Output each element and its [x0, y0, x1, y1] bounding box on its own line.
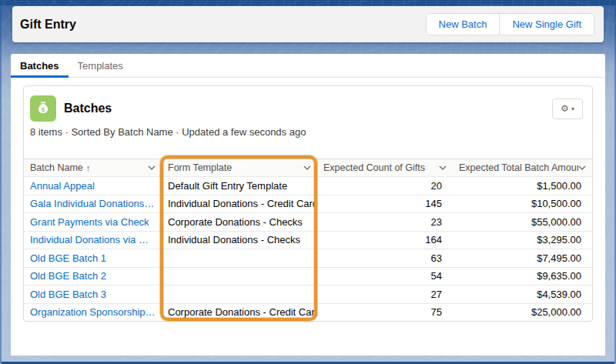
expected-count-cell: 145 [317, 195, 453, 213]
batch-name-link[interactable]: Gala Individual Donations via Check [30, 198, 156, 209]
form-template-cell: Individual Donations - Checks [162, 232, 317, 249]
page-title: Gift Entry [20, 18, 76, 32]
tab-bar: Batches Templates [11, 54, 605, 78]
chevron-down-icon[interactable] [303, 165, 311, 170]
sort-ascending-icon: ↑ [86, 163, 91, 172]
expected-count-cell: 164 [317, 232, 453, 249]
batch-name-link[interactable]: Old BGE Batch 2 [30, 270, 106, 282]
card-spacer [24, 140, 592, 159]
table-row: Old BGE Batch 2 54 $9,635.00 [24, 267, 592, 286]
expected-total-cell: $10,500.00 [453, 195, 592, 213]
form-template-cell: Corporate Donations - Credit Cards [162, 304, 317, 322]
expected-count-cell: 27 [317, 286, 453, 303]
expected-count-cell: 20 [317, 177, 453, 195]
column-label: Expected Count of Gifts [323, 162, 425, 173]
table-row: Organization Sponsorships via Cre... Cor… [24, 303, 592, 322]
expected-total-cell: $4,539.00 [453, 286, 592, 303]
column-label: Batch Name [30, 162, 83, 173]
batch-name-link[interactable]: Individual Donations via Check [30, 234, 156, 245]
table-row: Grant Payments via Check Corporate Donat… [24, 212, 592, 231]
form-template-cell: Individual Donations - Credit Cards [162, 195, 317, 213]
table-row: Individual Donations via Check Individua… [24, 231, 592, 249]
list-summary: 8 items · Sorted By Batch Name · Updated… [30, 126, 583, 140]
card-title: Batches [64, 102, 112, 115]
app-window: Gift Entry New Batch New Single Gift Bat… [0, 0, 616, 364]
chevron-down-icon: ▾ [571, 105, 574, 112]
svg-text:$: $ [42, 106, 45, 113]
new-single-gift-button[interactable]: New Single Gift [499, 14, 594, 35]
expected-count-cell: 23 [317, 213, 453, 231]
table-row: Annual Appeal Default Gift Entry Templat… [24, 176, 592, 195]
gear-icon: ⚙ [561, 103, 569, 114]
form-template-cell: Corporate Donations - Checks [162, 213, 317, 231]
chevron-down-icon[interactable] [439, 165, 447, 170]
form-template-cell: Default Gift Entry Template [162, 177, 317, 195]
expected-total-cell: $25,000.00 [453, 304, 592, 322]
expected-count-cell: 75 [317, 304, 453, 322]
tab-batches[interactable]: Batches [11, 54, 69, 77]
chevron-down-icon[interactable] [148, 165, 156, 170]
expected-total-cell: $7,495.00 [453, 249, 592, 267]
table-row: Gala Individual Donations via Check Indi… [24, 195, 592, 213]
expected-count-cell: 63 [317, 249, 453, 267]
column-header-expected-total[interactable]: Expected Total Batch Amount [453, 159, 592, 176]
column-header-form-template[interactable]: Form Template [162, 159, 317, 176]
batch-name-link[interactable]: Organization Sponsorships via Cre... [30, 306, 156, 318]
money-bag-icon: $ [30, 95, 56, 122]
batch-name-link[interactable]: Old BGE Batch 1 [30, 252, 106, 264]
form-template-cell [162, 268, 317, 286]
column-header-expected-count[interactable]: Expected Count of Gifts [317, 159, 453, 176]
batch-name-link[interactable]: Grant Payments via Check [30, 216, 149, 228]
page-header: Gift Entry New Batch New Single Gift [12, 6, 604, 42]
batch-name-link[interactable]: Annual Appeal [30, 180, 95, 192]
table-row: Old BGE Batch 3 27 $4,539.00 [24, 285, 592, 303]
form-template-cell [162, 286, 317, 303]
expected-count-cell: 54 [317, 268, 453, 286]
card-header: $ Batches ⚙ ▾ 8 items · Sorted By Batch … [24, 86, 592, 140]
new-batch-button[interactable]: New Batch [427, 14, 500, 35]
list-settings-button[interactable]: ⚙ ▾ [552, 99, 583, 119]
expected-total-cell: $1,500.00 [453, 177, 592, 195]
chevron-down-icon[interactable] [578, 165, 586, 170]
form-template-cell [162, 249, 317, 267]
expected-total-cell: $55,000.00 [453, 213, 592, 231]
table-header-row: Batch Name ↑ Form Template Expected Coun… [24, 159, 592, 176]
column-header-batch-name[interactable]: Batch Name ↑ [24, 159, 162, 176]
tab-templates[interactable]: Templates [69, 54, 132, 77]
table-row: Old BGE Batch 1 63 $7,495.00 [24, 249, 592, 267]
main-panel: Batches Templates $ Batches ⚙ [11, 54, 605, 356]
batch-name-link[interactable]: Old BGE Batch 3 [30, 289, 106, 300]
expected-total-cell: $9,635.00 [453, 268, 592, 286]
batches-card: $ Batches ⚙ ▾ 8 items · Sorted By Batch … [23, 85, 593, 322]
column-label: Form Template [168, 162, 232, 173]
header-button-group: New Batch New Single Gift [426, 13, 594, 35]
expected-total-cell: $3,295.00 [453, 232, 592, 249]
column-label: Expected Total Batch Amount [459, 162, 578, 173]
